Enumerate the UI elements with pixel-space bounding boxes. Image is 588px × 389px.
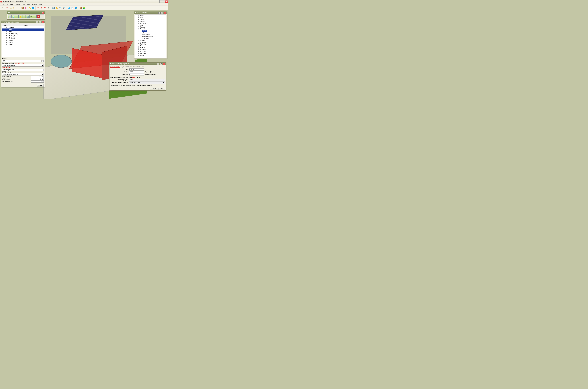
ies-hand-icon[interactable]: ✋ — [19, 15, 22, 18]
zoom-extents-tool-icon[interactable]: 🔎 — [62, 6, 66, 9]
room-panel-max-icon[interactable]: ❐ — [39, 21, 41, 23]
tree-state-item[interactable]: +Missouri — [135, 45, 166, 47]
name-input[interactable] — [2, 60, 41, 62]
loc-panel-min-icon[interactable]: _ — [158, 12, 161, 14]
ies-help-icon[interactable]: ? — [33, 15, 36, 18]
move-tool-icon[interactable]: ✥ — [36, 6, 40, 9]
bld-panel-close-icon[interactable]: ✕ — [163, 63, 165, 65]
table-row[interactable]: 0Office 2 — [2, 31, 44, 33]
select-location-link[interactable]: Select location — [111, 66, 120, 68]
type-of-use-label[interactable]: Type of Use — [2, 67, 10, 68]
table-row[interactable]: 0Meeting 2 — [2, 35, 44, 37]
ies-energy-icon[interactable]: ⚡ — [22, 15, 26, 18]
eraser-tool-icon[interactable]: ◧ — [25, 6, 28, 9]
city-input[interactable] — [129, 68, 144, 70]
building-save-button[interactable]: Save — [159, 88, 165, 90]
tree-state-item[interactable]: +Kentucky — [135, 21, 166, 22]
globe-icon[interactable]: 🌐 — [67, 6, 70, 9]
construction-set-select[interactable]: High Thermal Mass — [2, 64, 44, 66]
hvac-select[interactable]: Radiant Cooled Ceilings — [2, 73, 44, 75]
circle-tool-icon[interactable]: ◯ — [13, 6, 16, 9]
menu-camera[interactable]: Camera — [14, 3, 21, 5]
tree-state-item[interactable]: +Kansas — [135, 19, 166, 21]
component-icon[interactable]: 🧩 — [83, 6, 86, 9]
loc-panel-max-icon[interactable]: ❐ — [161, 12, 163, 14]
tree-state-item[interactable]: +Montana — [135, 47, 166, 49]
tree-state-item[interactable]: +Maine — [135, 24, 166, 26]
box-icon[interactable]: 📦 — [79, 6, 82, 9]
bld-panel-min-icon[interactable]: _ — [157, 63, 159, 65]
tree-city-item[interactable]: Worchester — [135, 37, 166, 39]
offset-tool-icon[interactable]: ↯ — [47, 6, 50, 9]
longitude-input[interactable] — [129, 73, 144, 75]
close-button[interactable]: ✕ — [165, 0, 168, 3]
pencil-tool-icon[interactable]: ✏ — [5, 6, 9, 9]
room-table[interactable]: Floor Room 0Reception1Office0Office 20Me… — [2, 24, 44, 45]
tree-city-item[interactable]: Boston — [135, 30, 166, 32]
bld-panel-max-icon[interactable]: ❐ — [160, 63, 162, 65]
tree-city-item[interactable]: Provincetown- — [135, 34, 166, 35]
location-tree[interactable]: +Indiana+Iowa+Kansas+Kentucky+Louisiana+… — [135, 14, 167, 58]
col-room[interactable]: Room — [8, 24, 44, 26]
menu-file[interactable]: File — [1, 3, 5, 5]
ies-logo-icon[interactable]: ies — [36, 15, 40, 18]
pan-tool-icon[interactable]: ✋ — [55, 6, 58, 9]
ies-target-icon[interactable]: ◎ — [29, 15, 33, 18]
tape-tool-icon[interactable]: 📏 — [28, 6, 31, 9]
room-close-button[interactable]: Close — [37, 84, 44, 87]
menu-view[interactable]: View — [9, 3, 14, 5]
menu-tools[interactable]: Tools — [26, 3, 31, 5]
building-hvac-select[interactable]: V A V Dual Duct — [129, 81, 165, 84]
cons-here-link[interactable]: here — [132, 77, 135, 78]
building-type-select[interactable]: Office — [129, 79, 165, 81]
save-name-icon[interactable]: 💾 — [42, 60, 44, 62]
select-tool-icon[interactable]: ↖ — [1, 6, 4, 9]
tree-state-item[interactable]: +Mississippi — [135, 43, 166, 45]
ies-list-icon[interactable]: ☰ — [15, 15, 19, 18]
tree-state-item[interactable]: +Indiana — [135, 15, 166, 17]
table-row[interactable]: 0Meeting Lobby — [2, 33, 44, 35]
tree-state-item[interactable]: +Nevada — [135, 54, 166, 56]
globe2-icon[interactable]: 🌎 — [74, 6, 78, 9]
tree-state-item[interactable]: +Nebraska — [135, 53, 166, 54]
maximize-button[interactable]: ❐ — [162, 0, 165, 3]
pushpull-tool-icon[interactable]: 📦 — [21, 6, 24, 9]
latitude-input[interactable] — [129, 71, 144, 73]
tree-state-item[interactable]: +Michigan — [135, 39, 166, 41]
col-floor[interactable]: Floor — [2, 24, 8, 26]
table-row[interactable]: 0Director — [2, 41, 44, 43]
tree-state-item[interactable]: +N-Carolina — [135, 49, 166, 51]
ies-panel-title[interactable]: IES ✕ — [7, 11, 45, 14]
page-icon[interactable]: 📄 — [71, 6, 74, 9]
menu-help[interactable]: Help — [38, 3, 43, 5]
rotate-tool-icon[interactable]: ✦ — [40, 6, 43, 9]
menu-window[interactable]: Window — [31, 3, 38, 5]
ies-close-icon[interactable]: ✕ — [42, 12, 44, 14]
menu-edit[interactable]: Edit — [5, 3, 9, 5]
tree-state-item[interactable]: +Maryland — [135, 26, 166, 28]
orbit-tool-icon[interactable]: 🔄 — [52, 6, 55, 9]
scale-tool-icon[interactable]: ⟳ — [43, 6, 47, 9]
location-panel-titlebar[interactable]: ✎ <VE> Location _ ❐ ✕ — [134, 11, 167, 14]
table-row[interactable]: 0Closet — [2, 43, 44, 45]
cons-delete-link[interactable]: delete — [21, 62, 25, 64]
paint-tool-icon[interactable]: 🪣 — [31, 6, 35, 9]
room-panel-titlebar[interactable]: ✎ <VE> Room Properties _ ❐ ✕ — [1, 21, 45, 23]
loc-panel-close-icon[interactable]: ✕ — [164, 12, 166, 14]
arc-tool-icon[interactable]: ⟆ — [16, 6, 19, 9]
tree-state-item[interactable]: +Iowa — [135, 17, 166, 19]
tree-city-item[interactable]: South-Weymouth — [135, 35, 166, 37]
tree-state-item[interactable]: +Minnesota — [135, 41, 166, 43]
ies-building-icon[interactable]: 🏢 — [8, 15, 12, 18]
tree-city-item[interactable]: Otis — [135, 32, 166, 34]
table-row[interactable]: 1Office — [2, 29, 44, 31]
minimize-button[interactable]: _ — [160, 0, 162, 3]
building-panel-titlebar[interactable]: ✎ <VE> Building Properties _ ❐ ✕ — [110, 63, 166, 65]
rectangle-tool-icon[interactable]: ▭ — [9, 6, 12, 9]
table-row[interactable]: 0Meeting 1 — [2, 37, 44, 39]
tree-state-item[interactable]: +Louisiana — [135, 22, 166, 24]
ies-refresh-icon[interactable]: 🔄 — [26, 15, 29, 18]
table-row[interactable]: 0Reception — [2, 26, 44, 29]
room-panel-min-icon[interactable]: _ — [36, 21, 38, 23]
menu-draw[interactable]: Draw — [21, 3, 26, 5]
